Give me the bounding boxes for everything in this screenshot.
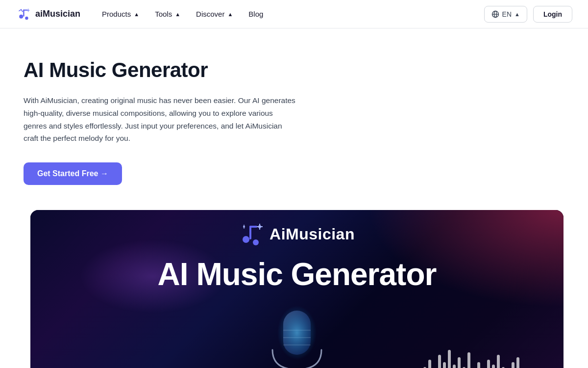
- globe-icon: [491, 10, 499, 18]
- main-content: AI Music Generator With AiMusician, crea…: [0, 28, 588, 199]
- discover-chevron-icon: ▲: [227, 11, 233, 17]
- hero-brand-row: AiMusician: [239, 222, 355, 246]
- lang-label: EN: [502, 10, 512, 18]
- svg-rect-15: [249, 226, 257, 228]
- language-button[interactable]: EN ▲: [484, 6, 527, 23]
- hero-image-bg: AiMusician AI Music Generator: [30, 210, 564, 368]
- svg-point-21: [243, 226, 245, 228]
- login-button[interactable]: Login: [533, 6, 572, 23]
- logo-text: aiMusician: [35, 9, 80, 19]
- lang-chevron-icon: ▲: [514, 11, 520, 17]
- hero-image-title: AI Music Generator: [158, 256, 437, 292]
- get-started-button[interactable]: Get Started Free →: [24, 162, 122, 185]
- nav-right: EN ▲ Login: [484, 6, 572, 23]
- hero-brand-icon: [239, 222, 264, 246]
- nav-discover[interactable]: Discover ▲: [190, 6, 239, 22]
- svg-point-16: [258, 225, 261, 228]
- svg-point-1: [25, 16, 28, 19]
- svg-point-30: [277, 306, 317, 360]
- navbar: aiMusician Products ▲ Tools ▲ Discover ▲…: [0, 0, 588, 28]
- products-chevron-icon: ▲: [134, 11, 139, 17]
- hero-image: AiMusician AI Music Generator: [30, 210, 564, 368]
- nav-links: Products ▲ Tools ▲ Discover ▲ Blog: [96, 6, 269, 22]
- hero-title: AI Music Generator: [24, 58, 564, 82]
- tools-chevron-icon: ▲: [175, 11, 180, 17]
- nav-left: aiMusician Products ▲ Tools ▲ Discover ▲…: [16, 6, 269, 22]
- nav-blog[interactable]: Blog: [243, 6, 269, 22]
- nav-products[interactable]: Products ▲: [96, 6, 145, 22]
- svg-point-12: [243, 236, 249, 243]
- svg-point-13: [253, 239, 259, 245]
- svg-point-4: [27, 9, 29, 11]
- svg-point-0: [19, 14, 23, 18]
- nav-tools[interactable]: Tools ▲: [149, 6, 186, 22]
- logo[interactable]: aiMusician: [16, 6, 80, 22]
- hero-brand-text: AiMusician: [270, 225, 355, 243]
- svg-rect-14: [249, 226, 251, 239]
- waveform-display: [418, 350, 524, 368]
- microphone-icon: [248, 301, 346, 368]
- hero-description: With AiMusician, creating original music…: [24, 94, 298, 144]
- logo-icon: [16, 6, 31, 22]
